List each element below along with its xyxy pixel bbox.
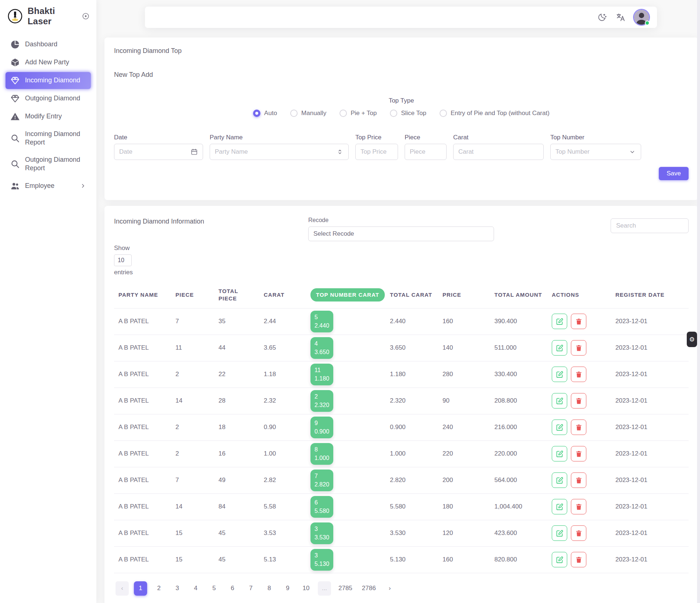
cell-total-amount: 1,004.400 <box>490 493 547 520</box>
show-entries-input[interactable] <box>114 254 132 266</box>
carat-input[interactable] <box>453 144 544 160</box>
circle-dot-icon[interactable] <box>82 12 90 20</box>
radio-slice-top[interactable]: Slice Top <box>390 110 426 117</box>
cell-register-date: 2023-12-01 <box>611 467 689 493</box>
sidebar-item-modify-entry[interactable]: Modify Entry <box>6 108 91 125</box>
pagination-page-2785[interactable]: 2785 <box>336 581 355 596</box>
delete-button[interactable] <box>571 525 586 541</box>
pie-chart-icon <box>10 40 20 49</box>
cell-top-number-carat: 65.580 <box>306 493 385 520</box>
top-number-value: 3 <box>315 525 329 533</box>
piece-input[interactable] <box>405 144 447 160</box>
pagination-page-9[interactable]: 9 <box>281 581 294 596</box>
gear-icon: ⚙ <box>689 336 694 343</box>
radio-label: Entry of Pie and Top (without Carat) <box>451 110 550 117</box>
alert-triangle-icon <box>10 112 20 121</box>
translate-icon[interactable] <box>616 13 625 22</box>
pagination-prev[interactable]: ‹ <box>116 581 129 596</box>
edit-button[interactable] <box>552 552 567 567</box>
save-button[interactable]: Save <box>659 167 689 180</box>
pagination-next[interactable]: › <box>383 581 397 596</box>
date-input[interactable] <box>114 144 203 160</box>
cell-piece: 14 <box>171 388 214 414</box>
delete-button[interactable] <box>571 420 586 435</box>
edit-button[interactable] <box>552 446 567 461</box>
date-text-input[interactable] <box>119 148 191 156</box>
pagination-page-8[interactable]: 8 <box>263 581 276 596</box>
party-name-select[interactable]: Party Name <box>210 144 349 160</box>
radio-entry-of-pie-and-top-without-carat[interactable]: Entry of Pie and Top (without Carat) <box>440 110 550 117</box>
pagination-ellipsis[interactable]: ... <box>318 581 331 596</box>
scrollbar[interactable] <box>697 0 700 603</box>
radio-auto[interactable]: Auto <box>253 110 277 117</box>
cell-party-name: A B PATEL <box>114 361 171 388</box>
sidebar-item-incoming-diamond-report[interactable]: Incoming Diamond Report <box>6 126 91 151</box>
top-price-input[interactable] <box>355 144 398 160</box>
edit-button[interactable] <box>552 499 567 514</box>
cell-total-amount: 511.000 <box>490 335 547 361</box>
edit-button[interactable] <box>552 367 567 382</box>
edit-button[interactable] <box>552 525 567 541</box>
pagination-page-1[interactable]: 1 <box>134 581 147 596</box>
sidebar-item-dashboard[interactable]: Dashboard <box>6 36 91 53</box>
trash-icon <box>575 556 583 564</box>
pagination-page-3[interactable]: 3 <box>171 581 184 596</box>
top-number-select[interactable]: Top Number <box>550 144 641 160</box>
cell-total-amount: 216.000 <box>490 414 547 440</box>
delete-button[interactable] <box>571 340 586 356</box>
top-price-text-input[interactable] <box>360 148 393 156</box>
top-price-field: Top Price <box>355 134 398 160</box>
table-row: A B PATEL2161.0081.0001.000220220.000202… <box>114 440 689 467</box>
pagination-page-5[interactable]: 5 <box>207 581 221 596</box>
delete-button[interactable] <box>571 472 586 488</box>
pagination-page-2786[interactable]: 2786 <box>360 581 378 596</box>
chevron-right-icon <box>80 183 86 189</box>
top-number-value: 11 <box>315 367 329 374</box>
cell-party-name: A B PATEL <box>114 520 171 546</box>
sidebar-item-outgoing-diamond[interactable]: Outgoing Diamond <box>6 90 91 107</box>
table-row: A B PATEL15453.5333.5303.530120423.60020… <box>114 520 689 546</box>
delete-button[interactable] <box>571 314 586 329</box>
cell-piece: 2 <box>171 440 214 467</box>
search-input[interactable] <box>611 218 689 233</box>
user-avatar[interactable] <box>634 10 649 25</box>
pagination-page-2[interactable]: 2 <box>152 581 166 596</box>
radio-manually[interactable]: Manually <box>290 110 326 117</box>
delete-button[interactable] <box>571 446 586 461</box>
cell-total-piece: 35 <box>214 308 259 335</box>
delete-button[interactable] <box>571 393 586 408</box>
edit-button[interactable] <box>552 472 567 488</box>
recode-select[interactable]: Select Recode <box>308 226 494 241</box>
carat-text-input[interactable] <box>458 148 539 156</box>
top-number-value: 8 <box>315 446 329 453</box>
cell-piece: 7 <box>171 467 214 493</box>
cell-price: 200 <box>438 467 490 493</box>
piece-text-input[interactable] <box>410 148 441 156</box>
cell-register-date: 2023-12-01 <box>611 308 689 335</box>
edit-icon <box>556 424 564 431</box>
col-total-carat: TOTAL CARAT <box>385 282 438 308</box>
moon-icon[interactable] <box>597 13 607 22</box>
delete-button[interactable] <box>571 367 586 382</box>
sidebar-item-outgoing-diamond-report[interactable]: Outgoing Diamond Report <box>6 152 91 176</box>
edit-button[interactable] <box>552 314 567 329</box>
pagination-page-10[interactable]: 10 <box>299 581 313 596</box>
sidebar-item-label: Outgoing Diamond Report <box>25 156 86 173</box>
sidebar-item-incoming-diamond[interactable]: Incoming Diamond <box>6 72 91 89</box>
edit-button[interactable] <box>552 420 567 435</box>
radio-pie-top[interactable]: Pie + Top <box>340 110 377 117</box>
sidebar-item-employee[interactable]: Employee <box>6 178 91 195</box>
pagination-page-7[interactable]: 7 <box>244 581 257 596</box>
pagination-page-6[interactable]: 6 <box>226 581 239 596</box>
sidebar: Bhakti Laser DashboardAdd New PartyIncom… <box>0 0 96 603</box>
top-add-form: Date Party Name Party Name <box>114 134 689 160</box>
top-number-carat-value: 2.320 <box>315 402 329 409</box>
cell-total-amount: 820.800 <box>490 546 547 573</box>
sidebar-item-add-new-party[interactable]: Add New Party <box>6 54 91 71</box>
delete-button[interactable] <box>571 499 586 514</box>
delete-button[interactable] <box>571 552 586 567</box>
customizer-toggle[interactable]: ⚙ <box>687 332 697 347</box>
edit-button[interactable] <box>552 393 567 408</box>
pagination-page-4[interactable]: 4 <box>189 581 202 596</box>
edit-button[interactable] <box>552 340 567 356</box>
